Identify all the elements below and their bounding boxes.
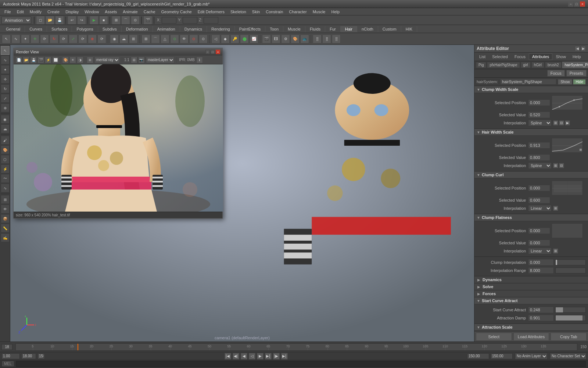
menu-file[interactable]: File: [1, 8, 14, 15]
clump-width-graph[interactable]: [552, 95, 583, 110]
dynamics-tool[interactable]: ⚡: [1, 164, 10, 173]
rv-zoom-btn[interactable]: ⊕: [87, 57, 93, 63]
menu-create[interactable]: Create: [44, 8, 62, 15]
rotate-tool[interactable]: ↻: [1, 84, 10, 93]
stop-btn[interactable]: ■: [99, 16, 108, 25]
clump-flatness-graph[interactable]: [552, 223, 583, 238]
section-sca-header[interactable]: ▼ Start Curve Attract: [474, 297, 588, 304]
strips3-btn[interactable]: ⣿: [332, 35, 341, 43]
cf-sel-pos-input[interactable]: [528, 227, 550, 234]
hw-ctrl1[interactable]: ⊞: [553, 163, 558, 168]
mode-selector[interactable]: Animation Modeling Rendering Dynamics: [1, 17, 31, 24]
viewport-area[interactable]: Render View − □ × 📄 📂 💾 🎬 ⚡ ⬜: [10, 45, 474, 342]
menu-skeleton[interactable]: Skeleton: [227, 8, 249, 15]
menu-cache[interactable]: Cache: [141, 8, 158, 15]
graph-editor-btn[interactable]: 📈: [250, 35, 258, 43]
tab-polygons[interactable]: Polygons: [72, 26, 98, 32]
node-tab-pig[interactable]: Pig: [476, 62, 486, 68]
scale-tool[interactable]: ⤢: [1, 94, 10, 103]
snap-point-btn[interactable]: ⊙: [131, 16, 140, 25]
play-fwd-btn[interactable]: ▶: [257, 353, 263, 360]
rv-renderer-select[interactable]: mental ray: [94, 57, 120, 63]
tab-hair[interactable]: Hair: [341, 26, 357, 32]
tab-rendering[interactable]: Rendering: [207, 26, 235, 32]
menu-assets[interactable]: Assets: [102, 8, 120, 15]
refresh-btn[interactable]: ⟳: [40, 35, 49, 43]
refresh4-btn[interactable]: ⟳: [97, 35, 106, 43]
cc-ctrl1[interactable]: ⊞: [553, 206, 558, 211]
close-button[interactable]: ×: [580, 1, 585, 7]
maximize-button[interactable]: □: [574, 1, 579, 7]
tab-ncloth[interactable]: nCloth: [357, 26, 378, 32]
sca-damp-input[interactable]: [528, 315, 554, 321]
section-hair-width-scale-header[interactable]: ▼ Hair Width Scale: [474, 129, 588, 136]
autokey-btn[interactable]: ⬤: [240, 35, 249, 43]
node-tab-hairsystem[interactable]: hairSystem_PigShape: [562, 62, 588, 68]
redo-btn[interactable]: ↪: [77, 16, 86, 25]
menu-muscle[interactable]: Muscle: [310, 8, 329, 15]
section-dynamics-header[interactable]: ▶ Dynamics: [474, 276, 588, 283]
rv-snapshot-btn[interactable]: 📷: [138, 57, 145, 63]
play-back-btn[interactable]: ◁: [249, 353, 255, 360]
hw-sel-val-input[interactable]: [528, 154, 550, 161]
menu-geometry-cache[interactable]: Geometry Cache: [158, 8, 195, 15]
tab-painteffects[interactable]: PaintEffects: [235, 26, 266, 32]
section-clump-flatness-header[interactable]: ▼ Clump Flatness: [474, 214, 588, 221]
go-to-end-btn[interactable]: ▶|: [281, 353, 288, 360]
render-current-btn[interactable]: 🎬: [262, 35, 271, 43]
graph-ctrl1[interactable]: ⊞: [553, 120, 558, 125]
cloth-tool[interactable]: ⬡: [1, 155, 10, 164]
soft-select-tool[interactable]: ◉: [1, 115, 10, 124]
sca-attract-slider[interactable]: [555, 307, 586, 313]
move-tool-btn[interactable]: ✛: [31, 35, 39, 43]
move-tool[interactable]: ✛: [1, 75, 10, 84]
node-tab-pfxhair[interactable]: pfxHairPigShape: [487, 62, 520, 68]
timeline-track[interactable]: 5 10 15 20 25 30 35 40 45 50 55 60 65 70…: [15, 343, 577, 351]
save-scene-btn[interactable]: 💾: [55, 16, 64, 25]
strips2-btn[interactable]: ⣿: [322, 35, 331, 43]
tab-deformation[interactable]: Deformation: [122, 26, 153, 32]
rv-alpha-btn[interactable]: ◑: [77, 57, 83, 63]
cf-sel-val-input[interactable]: [528, 240, 550, 246]
step-back-btn[interactable]: ◀|: [233, 353, 239, 360]
interp-range-slider[interactable]: [555, 268, 586, 273]
rv-layer-select[interactable]: masterLayer: [146, 57, 175, 63]
mel-input[interactable]: [16, 361, 586, 367]
sculpt-btn[interactable]: ⛰: [119, 35, 128, 43]
render-view-btn[interactable]: 📺: [300, 35, 309, 43]
playback-end-input[interactable]: [37, 353, 45, 359]
node-tab-girl[interactable]: girl: [521, 62, 531, 68]
paint-select-btn[interactable]: ✦: [21, 35, 30, 43]
playback-start-input[interactable]: [1, 353, 20, 359]
select-tool[interactable]: ↖: [1, 46, 10, 55]
char-set-select[interactable]: No Character Set: [550, 353, 587, 360]
tab-surfaces[interactable]: Surfaces: [47, 26, 72, 32]
playback-range-start[interactable]: [467, 353, 489, 359]
minimize-button[interactable]: −: [568, 1, 573, 7]
snap-curve2-btn[interactable]: ⌒: [151, 35, 160, 43]
interp-select[interactable]: Spline Linear Smooth: [528, 120, 552, 126]
tab-subdivs[interactable]: Subdivs: [98, 26, 122, 32]
annotation-tool[interactable]: ✍: [1, 233, 10, 242]
copy-tab-button[interactable]: Copy Tab: [551, 333, 587, 341]
rv-open-btn[interactable]: 📂: [23, 57, 29, 63]
menu-display[interactable]: Display: [62, 8, 82, 15]
paint-select-tool[interactable]: ✦: [1, 65, 10, 74]
rv-info-btn[interactable]: ℹ: [196, 57, 203, 63]
universal-manip-tool[interactable]: ⊕: [1, 103, 10, 112]
hair-width-graph[interactable]: [552, 138, 583, 153]
playback-current-input[interactable]: [21, 353, 36, 359]
select-tool-btn[interactable]: ↖: [2, 35, 11, 43]
snap-view-btn[interactable]: 👁: [180, 35, 189, 43]
hw-ctrl2[interactable]: ⊟: [559, 163, 564, 168]
focus-button[interactable]: Focus: [547, 70, 565, 77]
clump-curl-graph[interactable]: [552, 181, 583, 195]
hypershade-btn[interactable]: 🎨: [291, 35, 300, 43]
lasso-tool[interactable]: ∿: [1, 56, 10, 64]
z-coord-input[interactable]: [204, 17, 218, 24]
rv-close[interactable]: ×: [216, 50, 220, 54]
x-coord-input[interactable]: [162, 17, 176, 24]
snap-poly-btn[interactable]: △: [161, 35, 169, 43]
section-clump-width-scale-header[interactable]: ▼ Clump Width Scale: [474, 86, 588, 93]
hide-button[interactable]: Hide: [573, 79, 586, 85]
